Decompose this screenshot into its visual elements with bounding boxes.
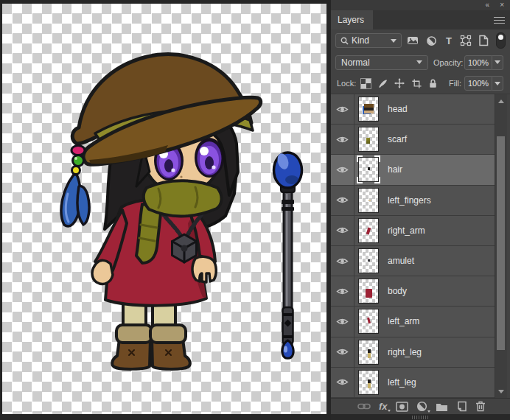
layer-name: hair <box>388 164 402 175</box>
lock-position-icon[interactable] <box>393 77 406 90</box>
panel-menu-icon[interactable] <box>494 17 505 24</box>
photoshop-window: « × Layers Kind T <box>0 0 510 420</box>
left-boot-cuff <box>116 325 152 343</box>
layer-thumbnail[interactable] <box>358 248 379 273</box>
layer-name: left_fingers <box>388 195 431 206</box>
fx-label: fx <box>379 402 388 411</box>
layer-thumbnail[interactable] <box>358 309 379 334</box>
opacity-chevron[interactable] <box>492 55 503 70</box>
new-layer-icon[interactable] <box>456 401 467 412</box>
chevron-down-icon <box>416 60 422 64</box>
layer-thumbnail[interactable] <box>358 218 379 243</box>
opacity-label: Opacity: <box>433 58 463 67</box>
panel-tab-bar: Layers <box>331 10 510 29</box>
shape-layers-filter-icon[interactable] <box>459 34 472 47</box>
layer-row-left-arm[interactable]: left_arm <box>331 307 495 337</box>
layer-thumbnail[interactable] <box>358 370 379 395</box>
adjustment-layers-filter-icon[interactable] <box>425 34 438 47</box>
fill-chevron[interactable] <box>492 76 503 91</box>
layer-thumbnail[interactable] <box>358 97 379 122</box>
blend-bar: Normal Opacity: 100% <box>331 52 510 73</box>
layer-row-left-leg[interactable]: left_leg <box>331 368 495 398</box>
visibility-toggle[interactable] <box>331 307 354 336</box>
new-adjustment-layer-icon[interactable] <box>416 401 427 412</box>
layer-style-icon[interactable]: fx <box>379 402 388 411</box>
right-hand-fingers <box>192 256 216 282</box>
layer-name: left_leg <box>388 377 416 388</box>
layer-name: amulet <box>388 256 414 266</box>
type-layers-filter-icon[interactable]: T <box>442 34 455 47</box>
visibility-toggle[interactable] <box>331 368 354 397</box>
layer-row-body[interactable]: body <box>331 276 495 307</box>
new-group-icon[interactable] <box>436 402 448 412</box>
visibility-toggle[interactable] <box>331 186 354 215</box>
smart-objects-filter-icon[interactable] <box>476 34 489 47</box>
lock-all-icon[interactable] <box>426 77 439 90</box>
visibility-toggle[interactable] <box>331 125 354 154</box>
layer-thumbnail[interactable] <box>358 127 379 152</box>
layer-row-head[interactable]: head <box>331 94 495 125</box>
link-layers-icon[interactable] <box>357 402 371 410</box>
visibility-toggle[interactable] <box>331 337 354 367</box>
staff-artwork <box>274 152 302 358</box>
left-hand <box>92 260 113 284</box>
panel-resize-strip[interactable] <box>331 414 510 420</box>
collapse-panels-icon[interactable]: « <box>486 1 490 9</box>
layer-list-scrollbar[interactable] <box>495 94 507 398</box>
scrollbar-thumb[interactable] <box>497 136 505 350</box>
tab-layers[interactable]: Layers <box>331 10 373 29</box>
character <box>61 55 261 369</box>
lock-transparent-pixels-icon[interactable] <box>359 77 372 90</box>
pixel-layers-filter-icon[interactable] <box>406 34 419 47</box>
panel-footer: fx <box>331 398 510 414</box>
document-canvas[interactable] <box>2 4 326 414</box>
layer-name: body <box>388 286 407 296</box>
fill-label: Fill: <box>449 79 461 88</box>
lock-label: Lock: <box>337 79 356 88</box>
lock-artboard-icon[interactable] <box>410 77 423 90</box>
search-icon <box>340 37 349 45</box>
layer-list: head scarf hair left_fingers <box>331 94 495 398</box>
layer-row-right-leg[interactable]: right_leg <box>331 337 495 368</box>
blend-mode-dropdown[interactable]: Normal <box>335 55 428 70</box>
blend-mode-value: Normal <box>341 57 370 68</box>
opacity-value: 100% <box>464 55 492 70</box>
kind-filter-label: Kind <box>352 35 369 46</box>
layer-name: head <box>388 104 408 114</box>
scroll-down-icon[interactable] <box>495 386 507 396</box>
fill-field[interactable]: 100% <box>464 76 503 91</box>
layer-row-right-arm[interactable]: right_arm <box>331 216 495 246</box>
layer-row-amulet[interactable]: amulet <box>331 246 495 276</box>
scroll-up-icon[interactable] <box>495 96 507 106</box>
layer-thumbnail[interactable] <box>358 279 379 304</box>
amulet-pendant <box>172 234 197 262</box>
delete-layer-icon[interactable] <box>475 401 486 412</box>
add-layer-mask-icon[interactable] <box>396 402 408 412</box>
layers-panel: « × Layers Kind T <box>331 0 510 420</box>
visibility-toggle[interactable] <box>331 216 354 245</box>
filter-bar: Kind T <box>331 29 510 52</box>
layer-row-hair[interactable]: hair <box>331 155 495 185</box>
layer-name: right_arm <box>388 225 425 236</box>
lock-image-pixels-icon[interactable] <box>376 77 389 90</box>
visibility-toggle[interactable] <box>331 246 354 276</box>
resize-grip-icon <box>412 416 430 419</box>
kind-filter-dropdown[interactable]: Kind <box>335 33 402 48</box>
layer-row-left-fingers[interactable]: left_fingers <box>331 186 495 216</box>
lock-bar: Lock: Fill: 100% <box>331 73 510 94</box>
layer-row-scarf[interactable]: scarf <box>331 125 495 155</box>
scarf-wrap <box>144 181 222 216</box>
chevron-down-icon <box>391 39 397 43</box>
fill-value: 100% <box>464 76 492 91</box>
visibility-toggle[interactable] <box>331 155 354 184</box>
right-boot-cuff <box>150 325 186 343</box>
visibility-toggle[interactable] <box>331 276 354 306</box>
close-panel-icon[interactable]: × <box>500 1 504 9</box>
visibility-toggle[interactable] <box>331 94 354 124</box>
layer-thumbnail[interactable] <box>358 188 379 213</box>
layer-name: left_arm <box>388 316 419 326</box>
layer-name: right_leg <box>388 347 422 357</box>
filter-toggle[interactable] <box>496 32 506 49</box>
layer-thumbnail[interactable] <box>358 340 379 365</box>
opacity-field[interactable]: 100% <box>464 55 503 70</box>
